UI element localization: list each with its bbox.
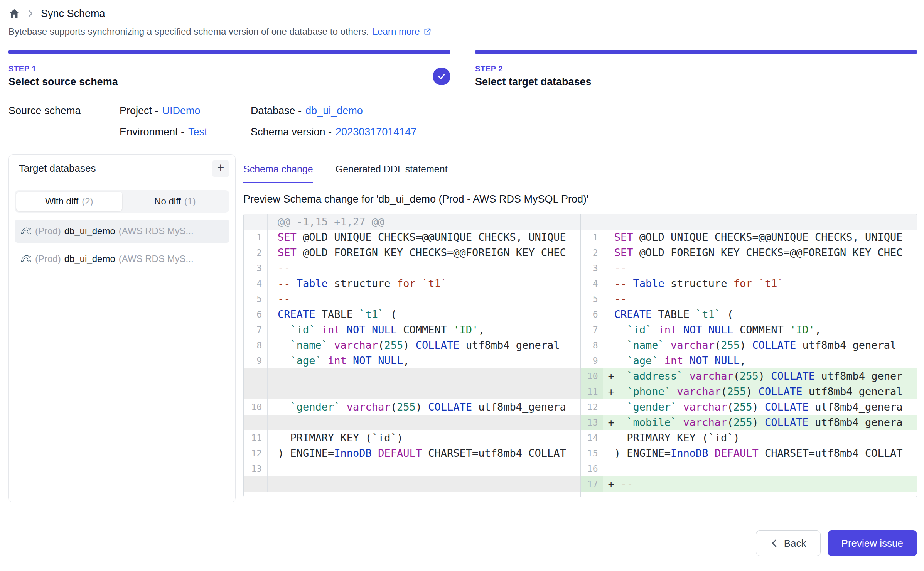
add-target-database-button[interactable]: + — [212, 160, 229, 177]
intro-text: Bytebase supports synchronizing a specif… — [8, 26, 369, 37]
diff-spacer-row — [244, 384, 580, 399]
line-number: 12 — [581, 399, 603, 415]
mysql-icon — [20, 253, 32, 265]
step2-eyebrow: STEP 2 — [475, 64, 592, 73]
diff-right-pane: 1 SET @OLD_UNIQUE_CHECKS=@@UNIQUE_CHECKS… — [580, 214, 917, 497]
step-1: STEP 1 Select source schema — [8, 64, 450, 88]
instance-suffix: (AWS RDS MyS... — [119, 253, 194, 264]
code-line: SET @OLD_FOREIGN_KEY_CHECKS=@@FOREIGN_KE… — [268, 245, 580, 260]
diff-spacer-row — [244, 476, 580, 492]
diff-marker: + — [608, 370, 614, 382]
environment-tag: (Prod) — [35, 253, 61, 264]
preview-tabs: Schema changeGenerated DDL statement — [243, 154, 917, 183]
target-databases-panel: Target databases + With diff(2)No diff(1… — [8, 154, 236, 502]
diff-added-row: 17+ -- — [581, 476, 917, 492]
diff-left-pane: @@ -1,15 +1,27 @@1SET @OLD_UNIQUE_CHECKS… — [244, 214, 580, 497]
line-number: 1 — [244, 230, 268, 245]
sync-schema-page: Sync Schema Bytebase supports synchroniz… — [0, 0, 924, 571]
step2-progress-bar — [475, 50, 917, 54]
target-database-item[interactable]: (Prod)db_ui_demo(AWS RDS MyS... — [15, 247, 229, 270]
database-link[interactable]: db_ui_demo — [305, 105, 363, 117]
diff-marker — [608, 447, 614, 459]
line-number: 10 — [244, 399, 268, 415]
diff-marker — [608, 432, 614, 444]
diff-marker — [608, 293, 614, 305]
code-line: SET @OLD_FOREIGN_KEY_CHECKS=@@FOREIGN_KE… — [603, 245, 917, 260]
environment-tag: (Prod) — [35, 226, 61, 237]
source-schema-summary: Source schema Project - UIDemo Database … — [8, 105, 917, 138]
diff-code-row: 4-- Table structure for `t1` — [244, 276, 580, 291]
mysql-icon — [20, 225, 32, 237]
diff-marker: + — [608, 416, 614, 428]
diff-code-row: 7 `id` int NOT NULL COMMENT 'ID', — [581, 322, 917, 338]
step-progress-bars — [8, 50, 917, 54]
line-number — [244, 415, 268, 430]
line-number: 1 — [581, 230, 603, 245]
line-number: 4 — [581, 276, 603, 291]
diff-spacer-row — [244, 368, 580, 384]
page-title: Sync Schema — [41, 8, 105, 20]
back-button[interactable]: Back — [756, 530, 821, 556]
diff-code-row: 9 `age` int NOT NULL, — [244, 353, 580, 368]
line-number: 9 — [244, 353, 268, 368]
schema-version-field: Schema version - 20230317014147 — [251, 126, 917, 138]
code-line: CREATE TABLE `t1` ( — [603, 307, 917, 322]
diff-marker — [608, 308, 614, 320]
learn-more-link[interactable]: Learn more — [373, 26, 432, 37]
code-line — [268, 461, 580, 476]
target-database-list: (Prod)db_ui_demo(AWS RDS MyS...(Prod)db_… — [15, 220, 229, 270]
line-number — [244, 476, 268, 492]
diff-filter-tab-with-diff[interactable]: With diff(2) — [16, 192, 122, 211]
schema-diff: @@ -1,15 +1,27 @@1SET @OLD_UNIQUE_CHECKS… — [243, 214, 917, 497]
diff-code-row: 5-- — [244, 291, 580, 307]
code-line: SET @OLD_UNIQUE_CHECKS=@@UNIQUE_CHECKS, … — [268, 230, 580, 245]
project-link[interactable]: UIDemo — [162, 105, 201, 117]
line-number: 7 — [581, 322, 603, 338]
line-number: 13 — [244, 461, 268, 476]
code-line: PRIMARY KEY (`id`) — [268, 430, 580, 446]
code-line: `gender` varchar(255) COLLATE utf8mb4_ge… — [603, 399, 917, 415]
code-line: + `address` varchar(255) COLLATE utf8mb4… — [603, 368, 917, 384]
breadcrumb: Sync Schema — [8, 5, 917, 22]
line-number: 12 — [244, 446, 268, 461]
environment-link[interactable]: Test — [188, 126, 207, 138]
diff-code-row: 2SET @OLD_FOREIGN_KEY_CHECKS=@@FOREIGN_K… — [244, 245, 580, 260]
code-line: -- Table structure for `t1` — [603, 276, 917, 291]
schema-version-link[interactable]: 20230317014147 — [336, 126, 416, 138]
target-database-item[interactable]: (Prod)db_ui_demo(AWS RDS MyS... — [15, 220, 229, 243]
step1-label: Select source schema — [8, 76, 118, 88]
tab-schema-change[interactable]: Schema change — [243, 164, 313, 183]
diff-marker — [608, 231, 614, 243]
line-number: 4 — [244, 276, 268, 291]
code-line: + -- — [603, 476, 917, 492]
line-number: 17 — [581, 476, 603, 492]
line-number: 13 — [581, 415, 603, 430]
database-field: Database - db_ui_demo — [251, 105, 917, 117]
line-number: 8 — [244, 338, 268, 353]
code-line: `name` varchar(255) COLLATE utf8mb4_gene… — [603, 338, 917, 353]
preview-issue-button[interactable]: Preview issue — [828, 530, 917, 556]
diff-hunk-header: @@ -1,15 +1,27 @@ — [244, 214, 580, 230]
diff-marker: + — [608, 478, 614, 490]
diff-marker — [608, 463, 614, 475]
code-line: `gender` varchar(255) COLLATE utf8mb4_ge… — [268, 399, 580, 415]
tab-count: (1) — [184, 196, 196, 207]
code-line: `name` varchar(255) COLLATE utf8mb4_gene… — [268, 338, 580, 353]
instance-suffix: (AWS RDS MyS... — [119, 226, 194, 237]
external-link-icon — [423, 27, 432, 36]
diff-code-row: 12) ENGINE=InnoDB DEFAULT CHARSET=utf8mb… — [244, 446, 580, 461]
diff-code-row: 13 — [244, 461, 580, 476]
tab-label: With diff — [45, 196, 78, 207]
diff-marker — [608, 277, 614, 289]
code-line: -- — [268, 291, 580, 307]
source-schema-label: Source schema — [8, 105, 120, 117]
diff-filter-tab-no-diff[interactable]: No diff(1) — [122, 192, 228, 211]
code-line — [268, 384, 580, 399]
tab-generated-ddl-statement[interactable]: Generated DDL statement — [336, 164, 448, 183]
line-number: 15 — [581, 446, 603, 461]
home-icon[interactable] — [8, 8, 20, 19]
code-line: ) ENGINE=InnoDB DEFAULT CHARSET=utf8mb4 … — [603, 446, 917, 461]
diff-added-row: 13+ `mobile` varchar(255) COLLATE utf8mb… — [581, 415, 917, 430]
diff-code-row: 6 CREATE TABLE `t1` ( — [581, 307, 917, 322]
diff-code-row: 7 `id` int NOT NULL COMMENT 'ID', — [244, 322, 580, 338]
